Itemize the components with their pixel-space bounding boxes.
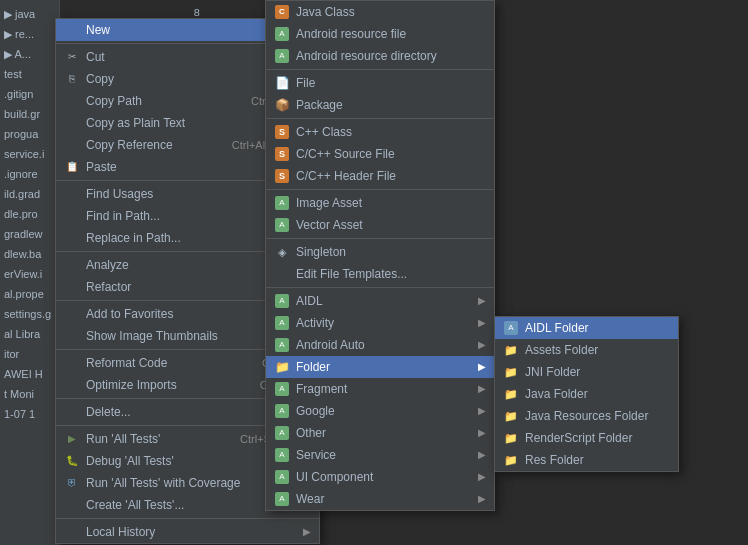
menu-label-coverage: Run 'All Tests' with Coverage	[86, 472, 240, 494]
fragment-arrow: ▶	[478, 378, 486, 400]
folder-label-res: Res Folder	[525, 449, 584, 471]
file-icon: 📄	[274, 75, 290, 91]
sub-sep4	[266, 238, 494, 239]
java-resources-folder-icon: 📁	[503, 408, 519, 424]
renderscript-folder-icon: 📁	[503, 430, 519, 446]
submenu-label-cpp-src: C/C++ Source File	[296, 143, 395, 165]
folder-item-java-resources[interactable]: 📁 Java Resources Folder	[495, 405, 678, 427]
menu-label-show-thumbnails: Show Image Thumbnails	[86, 325, 218, 347]
none-icon3	[64, 137, 80, 153]
submenu-item-cpp-header[interactable]: S C/C++ Header File	[266, 165, 494, 187]
fragment-icon: A	[274, 381, 290, 397]
submenu-item-service[interactable]: A Service ▶	[266, 444, 494, 466]
google-icon: A	[274, 403, 290, 419]
submenu-item-google[interactable]: A Google ▶	[266, 400, 494, 422]
submenu-label-other: Other	[296, 422, 326, 444]
submenu-item-android-resource[interactable]: A Android resource file	[266, 23, 494, 45]
jni-folder-icon: 📁	[503, 364, 519, 380]
activity-arrow: ▶	[478, 312, 486, 334]
submenu-item-java-class[interactable]: C Java Class	[266, 1, 494, 23]
reformat-icon	[64, 355, 80, 371]
submenu-item-aidl[interactable]: A AIDL ▶	[266, 290, 494, 312]
history-arrow: ▶	[303, 521, 311, 543]
submenu-item-cpp-src[interactable]: S C/C++ Source File	[266, 143, 494, 165]
menu-label-copy-plain: Copy as Plain Text	[86, 112, 185, 134]
submenu-item-other[interactable]: A Other ▶	[266, 422, 494, 444]
history-icon	[64, 524, 80, 540]
folder-label-assets: Assets Folder	[525, 339, 598, 361]
sub-sep3	[266, 189, 494, 190]
folder-item-assets[interactable]: 📁 Assets Folder	[495, 339, 678, 361]
submenu-folder: A AIDL Folder 📁 Assets Folder 📁 JNI Fold…	[494, 316, 679, 472]
java-folder-icon: 📁	[503, 386, 519, 402]
google-arrow: ▶	[478, 400, 486, 422]
submenu-item-singleton[interactable]: ◈ Singleton	[266, 241, 494, 263]
android-dir-icon: A	[274, 48, 290, 64]
folder-item-jni[interactable]: 📁 JNI Folder	[495, 361, 678, 383]
submenu-label-aidl: AIDL	[296, 290, 323, 312]
singleton-icon: ◈	[274, 244, 290, 260]
android-resource-icon: A	[274, 26, 290, 42]
thumbnails-icon	[64, 328, 80, 344]
submenu-item-ui[interactable]: A UI Component ▶	[266, 466, 494, 488]
folder-item-renderscript[interactable]: 📁 RenderScript Folder	[495, 427, 678, 449]
optimize-icon	[64, 377, 80, 393]
submenu-item-activity[interactable]: A Activity ▶	[266, 312, 494, 334]
sub-sep2	[266, 118, 494, 119]
submenu-item-fragment[interactable]: A Fragment ▶	[266, 378, 494, 400]
submenu-label-fragment: Fragment	[296, 378, 347, 400]
find-path-icon	[64, 208, 80, 224]
submenu-item-android-auto[interactable]: A Android Auto ▶	[266, 334, 494, 356]
submenu-label-package: Package	[296, 94, 343, 116]
favorites-icon	[64, 306, 80, 322]
submenu-label-android-auto: Android Auto	[296, 334, 365, 356]
create-icon	[64, 497, 80, 513]
submenu-label-cpp-class: C++ Class	[296, 121, 352, 143]
menu-label-copy: Copy	[86, 68, 114, 90]
delete-icon	[64, 404, 80, 420]
submenu-label-android-resource: Android resource file	[296, 23, 406, 45]
assets-folder-icon: 📁	[503, 342, 519, 358]
folder-item-java[interactable]: 📁 Java Folder	[495, 383, 678, 405]
folder-item-aidl[interactable]: A AIDL Folder	[495, 317, 678, 339]
submenu-label-cpp-header: C/C++ Header File	[296, 165, 396, 187]
separator8	[56, 518, 319, 519]
package-icon: 📦	[274, 97, 290, 113]
coverage-icon: ⛨	[64, 475, 80, 491]
submenu-item-edit-templates[interactable]: Edit File Templates...	[266, 263, 494, 285]
submenu-item-cpp-class[interactable]: S C++ Class	[266, 121, 494, 143]
menu-label-delete: Delete...	[86, 401, 131, 423]
submenu-item-vector-asset[interactable]: A Vector Asset	[266, 214, 494, 236]
none-icon2	[64, 115, 80, 131]
submenu-label-edit-templates: Edit File Templates...	[296, 263, 407, 285]
submenu-item-file[interactable]: 📄 File	[266, 72, 494, 94]
other-icon: A	[274, 425, 290, 441]
scissors-icon: ✂	[64, 49, 80, 65]
submenu-item-folder[interactable]: 📁 Folder ▶	[266, 356, 494, 378]
folder-item-res[interactable]: 📁 Res Folder	[495, 449, 678, 471]
analyze-icon	[64, 257, 80, 273]
find-icon	[64, 186, 80, 202]
image-asset-icon: A	[274, 195, 290, 211]
aidl-icon: A	[274, 293, 290, 309]
paste-icon: 📋	[64, 159, 80, 175]
submenu-item-wear[interactable]: A Wear ▶	[266, 488, 494, 510]
folder-arrow: ▶	[478, 356, 486, 378]
submenu-label-singleton: Singleton	[296, 241, 346, 263]
menu-label-paste: Paste	[86, 156, 117, 178]
submenu-item-image-asset[interactable]: A Image Asset	[266, 192, 494, 214]
service-icon: A	[274, 447, 290, 463]
submenu-item-package[interactable]: 📦 Package	[266, 94, 494, 116]
menu-label-refactor: Refactor	[86, 276, 131, 298]
submenu-item-android-dir[interactable]: A Android resource directory	[266, 45, 494, 67]
submenu-label-wear: Wear	[296, 488, 324, 510]
sub-sep5	[266, 287, 494, 288]
aidl-folder-icon: A	[503, 320, 519, 336]
menu-item-local-history[interactable]: Local History ▶	[56, 521, 319, 543]
submenu-label-ui: UI Component	[296, 466, 373, 488]
folder-label-java: Java Folder	[525, 383, 588, 405]
menu-overlay: New ▶ ✂ Cut Ctrl+X ⎘ Copy Ctrl+C Copy Pa…	[0, 0, 748, 545]
submenu-label-file: File	[296, 72, 315, 94]
copy-icon: ⎘	[64, 71, 80, 87]
menu-label-favorites: Add to Favorites	[86, 303, 173, 325]
